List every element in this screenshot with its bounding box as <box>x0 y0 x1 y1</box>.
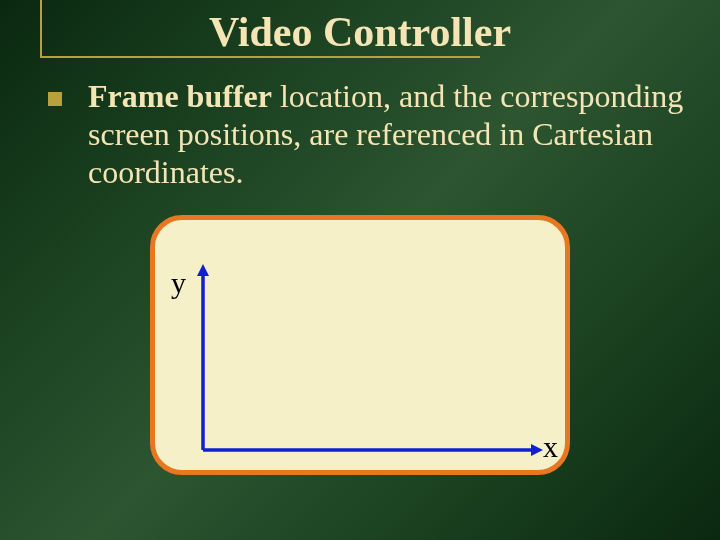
bullet-text: Frame buffer location, and the correspon… <box>88 78 690 191</box>
title-area: Video Controller <box>40 8 680 56</box>
y-axis-label: y <box>171 266 186 300</box>
bullet-item: Frame buffer location, and the correspon… <box>48 78 690 191</box>
title-rule-horizontal <box>40 56 480 58</box>
x-axis-label: x <box>543 430 558 464</box>
axes-svg <box>155 220 565 470</box>
square-bullet-icon <box>48 92 62 106</box>
bullet-text-bold: Frame buffer <box>88 78 272 114</box>
slide-title: Video Controller <box>199 8 521 56</box>
cartesian-diagram: y x <box>150 215 570 475</box>
title-rule-vertical <box>40 0 42 58</box>
content-area: Frame buffer location, and the correspon… <box>48 78 690 191</box>
